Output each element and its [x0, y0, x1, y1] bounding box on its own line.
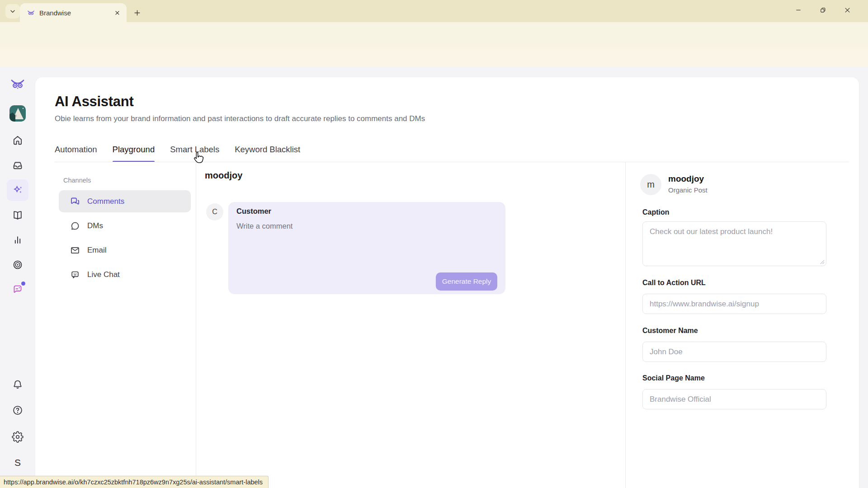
post-type: Organic Post	[668, 186, 708, 194]
brandwise-owl-logo	[10, 77, 25, 91]
customer-name-label: Customer Name	[642, 327, 698, 335]
social-page-label: Social Page Name	[642, 374, 705, 382]
nav-knowledge[interactable]	[7, 204, 28, 226]
tab-search-button[interactable]	[5, 4, 20, 19]
cta-url-input[interactable]	[642, 294, 826, 314]
nav-settings[interactable]	[7, 426, 28, 448]
tab-automation[interactable]: Automation	[55, 136, 97, 162]
comment-input[interactable]: Write a comment	[236, 222, 292, 230]
comments-icon	[70, 196, 80, 207]
status-bar-link-preview: https://app.brandwise.ai/o/kh7czxc25zbkt…	[0, 476, 269, 488]
tab-title: Brandwise	[39, 9, 112, 17]
help-circle-icon	[12, 404, 24, 416]
bell-icon	[12, 379, 24, 390]
window-minimize-button[interactable]	[788, 0, 809, 20]
playground-page-name: moodjoy	[205, 170, 242, 181]
channel-label: DMs	[87, 221, 103, 230]
nav-targets[interactable]	[7, 254, 28, 276]
customer-label: Customer	[236, 207, 271, 216]
channel-email[interactable]: Email	[59, 239, 191, 261]
customer-avatar: C	[206, 203, 223, 221]
customer-name-input[interactable]	[642, 342, 826, 362]
book-icon	[12, 209, 24, 221]
tab-keyword-blacklist[interactable]: Keyword Blacklist	[235, 136, 300, 162]
section-tabs: Automation Playground Smart Labels Keywo…	[55, 136, 300, 162]
resize-handle-icon[interactable]	[820, 259, 825, 264]
channels-divider	[196, 162, 196, 488]
nav-ai-chat[interactable]	[7, 279, 28, 300]
gear-icon	[12, 431, 24, 443]
social-page-input[interactable]	[642, 389, 826, 409]
inbox-icon	[12, 160, 24, 171]
nav-home[interactable]	[7, 129, 28, 151]
channels-list: Comments DMs Email Live Chat	[59, 190, 191, 288]
sparkles-icon	[11, 184, 24, 197]
bar-chart-icon	[12, 234, 24, 246]
channel-label: Comments	[87, 197, 124, 206]
browser-tab-strip: Brandwise	[0, 0, 868, 22]
minimize-icon	[795, 7, 802, 13]
nav-analytics[interactable]	[7, 229, 28, 251]
app-viewport: S AI Assistant Obie learns from your bra…	[0, 67, 868, 488]
nav-inbox[interactable]	[7, 155, 28, 176]
target-icon	[12, 259, 24, 271]
close-icon	[844, 7, 851, 14]
notification-dot	[21, 282, 25, 286]
caption-textarea[interactable]	[642, 221, 826, 266]
chevron-down-icon	[9, 8, 16, 15]
chat-sparkle-icon	[12, 284, 24, 296]
bookmarks-bar	[0, 47, 868, 67]
tab-playground[interactable]: Playground	[113, 136, 155, 162]
channel-label: Email	[87, 246, 107, 255]
restore-icon	[820, 7, 826, 14]
plus-icon	[133, 9, 141, 17]
channel-comments[interactable]: Comments	[59, 190, 191, 212]
tab-smart-labels[interactable]: Smart Labels	[170, 136, 219, 162]
live-chat-icon	[70, 269, 80, 280]
browser-tab-brandwise[interactable]: Brandwise	[20, 3, 127, 22]
page-subtitle: Obie learns from your brand information …	[55, 114, 425, 123]
workspace-avatar[interactable]	[9, 105, 26, 122]
main-content-card: AI Assistant Obie learns from your brand…	[35, 77, 859, 488]
home-icon	[12, 134, 24, 146]
app-side-rail: S	[0, 67, 35, 488]
window-close-button[interactable]	[836, 0, 858, 20]
post-page-avatar: m	[640, 174, 661, 195]
nav-ai-assistant[interactable]	[7, 179, 28, 201]
post-page-name: moodjoy	[668, 174, 704, 184]
rail-user-avatar[interactable]: S	[0, 457, 35, 468]
channel-live-chat[interactable]: Live Chat	[59, 263, 191, 286]
generate-reply-button[interactable]: Generate Reply	[436, 272, 497, 291]
new-tab-button[interactable]	[130, 6, 144, 19]
cta-url-label: Call to Action URL	[642, 279, 706, 287]
caption-label: Caption	[642, 208, 670, 216]
tab-close-button[interactable]	[112, 8, 122, 18]
details-divider	[625, 162, 626, 488]
brandwise-favicon-owl-icon	[27, 9, 35, 17]
channel-label: Live Chat	[87, 270, 120, 279]
dm-bubble-icon	[70, 221, 80, 231]
tabs-divider	[55, 162, 849, 162]
channel-dms[interactable]: DMs	[59, 215, 191, 237]
customer-comment-card: Customer Write a comment Generate Reply	[228, 202, 505, 294]
page-title: AI Assistant	[55, 94, 133, 110]
close-icon	[114, 10, 120, 16]
nav-notifications[interactable]	[7, 374, 28, 395]
envelope-icon	[70, 245, 80, 256]
window-restore-button[interactable]	[812, 0, 834, 20]
nav-help[interactable]	[7, 399, 28, 421]
channels-heading: Channels	[63, 177, 91, 184]
browser-toolbar: app.brandwise.ai/o/kh7czxc25zbktfnh718pz…	[0, 22, 868, 47]
